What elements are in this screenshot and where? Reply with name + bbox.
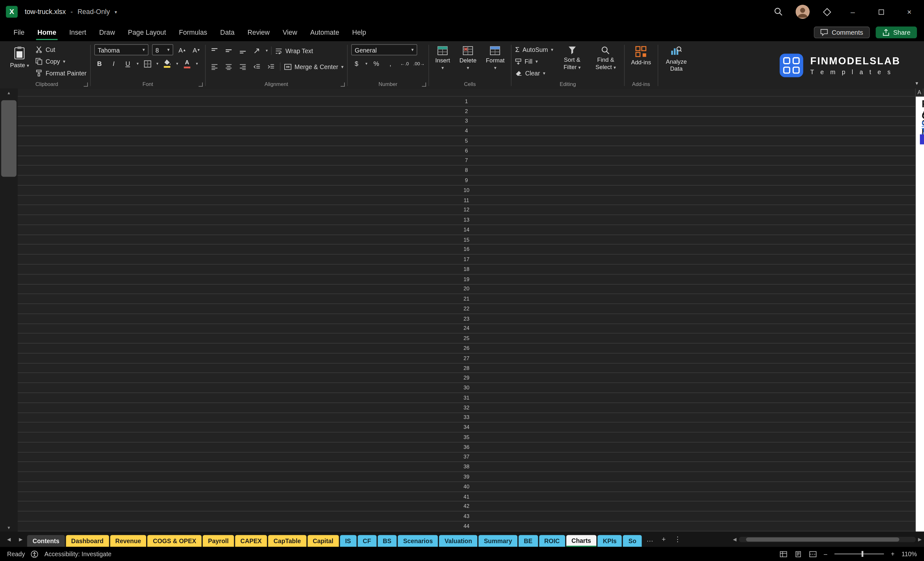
menu-tab-automate[interactable]: Automate [304,24,346,41]
cut-button[interactable]: Cut [36,44,87,55]
find-select-button[interactable]: Find & Select ▾ [591,44,621,72]
search-icon[interactable] [772,5,785,18]
row-header-16[interactable]: 16 [18,245,915,255]
align-right-icon[interactable] [237,61,248,72]
accessibility-status[interactable]: Accessibility: Investigate [44,550,111,558]
row-header-26[interactable]: 26 [18,344,915,353]
row-header-44[interactable]: 44 [18,522,915,531]
close-button[interactable]: × [900,4,918,20]
align-top-icon[interactable] [209,45,220,56]
fill-button[interactable]: Fill ▾ [515,56,554,66]
row-header-39[interactable]: 39 [18,472,915,482]
sheet-tab-payroll[interactable]: Payroll [203,535,234,547]
autosum-button[interactable]: Σ AutoSum ▾ [515,44,554,55]
row-header-10[interactable]: 10 [18,186,915,195]
menu-tab-help[interactable]: Help [346,24,373,41]
row-header-4[interactable]: 4 [18,126,915,136]
menu-tab-data[interactable]: Data [214,24,241,41]
analyze-data-button[interactable]: Analyze Data [662,44,691,74]
cells-area[interactable]: Financial Charts ABC Company Inc. Go to … [916,97,924,532]
menu-tab-home[interactable]: Home [31,24,63,41]
sheet-nav-left-icon[interactable]: ◀ [3,537,14,542]
row-header-41[interactable]: 41 [18,492,915,502]
menu-tab-insert[interactable]: Insert [63,24,93,41]
zoom-out-icon[interactable]: – [824,550,827,558]
select-all-corner[interactable] [18,88,916,97]
align-middle-icon[interactable] [223,45,234,56]
sheet-tab-revenue[interactable]: Revenue [110,535,146,547]
scroll-left-icon[interactable]: ◀ [733,537,736,542]
percent-format-button[interactable]: % [371,58,381,69]
row-header-31[interactable]: 31 [18,393,915,403]
sheet-tab-bs[interactable]: BS [378,535,397,547]
row-header-6[interactable]: 6 [18,146,915,156]
column-header-A[interactable]: A [916,88,923,96]
alignment-dialog-launcher-icon[interactable] [341,82,345,87]
row-header-2[interactable]: 2 [18,106,915,117]
borders-icon[interactable] [142,58,153,69]
row-header-21[interactable]: 21 [18,294,915,304]
currency-format-button[interactable]: $ [351,58,362,69]
increase-font-size-icon[interactable]: A▴ [177,45,187,55]
row-header-32[interactable]: 32 [18,403,915,412]
format-painter-button[interactable]: Format Painter [36,68,87,78]
sheet-tab-contents[interactable]: Contents [27,535,65,547]
row-header-36[interactable]: 36 [18,442,915,452]
menu-tab-formulas[interactable]: Formulas [172,24,214,41]
sheet-tab-be[interactable]: BE [519,535,538,547]
vertical-scroll-thumb[interactable] [1,100,16,177]
addins-button[interactable]: Add-ins [628,44,654,68]
horizontal-scroll-thumb[interactable] [746,537,899,541]
sheet-tab-charts[interactable]: Charts [566,535,596,547]
italic-button[interactable]: I [108,58,119,69]
font-name-select[interactable]: Tahoma▾ [94,44,148,56]
zoom-slider-thumb[interactable] [861,551,863,557]
diamond-icon[interactable] [820,5,833,18]
row-header-29[interactable]: 29 [18,373,915,383]
minimize-button[interactable]: – [844,4,862,20]
row-header-15[interactable]: 15 [18,235,915,245]
orientation-icon[interactable] [252,45,262,56]
align-bottom-icon[interactable] [237,45,248,56]
menu-tab-view[interactable]: View [276,24,303,41]
normal-view-icon[interactable] [780,551,787,557]
font-size-select[interactable]: 8▾ [152,44,173,56]
sheet-tab-roic[interactable]: ROIC [539,535,565,547]
row-header-5[interactable]: 5 [18,136,915,146]
row-header-23[interactable]: 23 [18,314,915,324]
row-header-22[interactable]: 22 [18,304,915,314]
comma-format-button[interactable]: , [385,58,396,69]
add-sheet-button[interactable]: + [658,535,669,543]
wrap-text-button[interactable]: Wrap Text [275,45,313,56]
row-header-40[interactable]: 40 [18,482,915,492]
sheet-tab-is[interactable]: IS [340,535,356,547]
avatar[interactable] [796,5,810,19]
row-header-35[interactable]: 35 [18,433,915,442]
scroll-up-icon[interactable]: ▲ [7,88,11,97]
clear-button[interactable]: Clear ▾ [515,68,554,78]
sheet-tab-cf[interactable]: CF [358,535,376,547]
menu-tab-draw[interactable]: Draw [93,24,121,41]
decrease-font-size-icon[interactable]: A▾ [191,45,201,55]
number-dialog-launcher-icon[interactable] [422,82,426,87]
row-header-34[interactable]: 34 [18,423,915,433]
sheet-tab-capex[interactable]: CAPEX [235,535,267,547]
number-format-select[interactable]: General▾ [351,44,417,56]
sheet-nav-right-icon[interactable]: ▶ [15,537,26,542]
align-left-icon[interactable] [209,61,220,72]
scroll-right-icon[interactable]: ▶ [918,537,921,542]
row-header-7[interactable]: 7 [18,156,915,166]
sheet-tab-so[interactable]: So [623,535,642,547]
font-color-icon[interactable]: A [182,58,192,69]
comments-button[interactable]: Comments [814,26,870,38]
row-header-27[interactable]: 27 [18,353,915,363]
font-dialog-launcher-icon[interactable] [198,82,202,87]
more-sheets-button[interactable]: … [643,535,657,543]
page-layout-view-icon[interactable] [794,551,802,557]
sheet-tab-valuation[interactable]: Valuation [440,535,478,547]
fill-color-icon[interactable] [162,58,172,69]
format-cells-button[interactable]: Format▾ [483,44,507,73]
row-header-38[interactable]: 38 [18,462,915,472]
row-header-43[interactable]: 43 [18,512,915,522]
row-header-24[interactable]: 24 [18,324,915,334]
